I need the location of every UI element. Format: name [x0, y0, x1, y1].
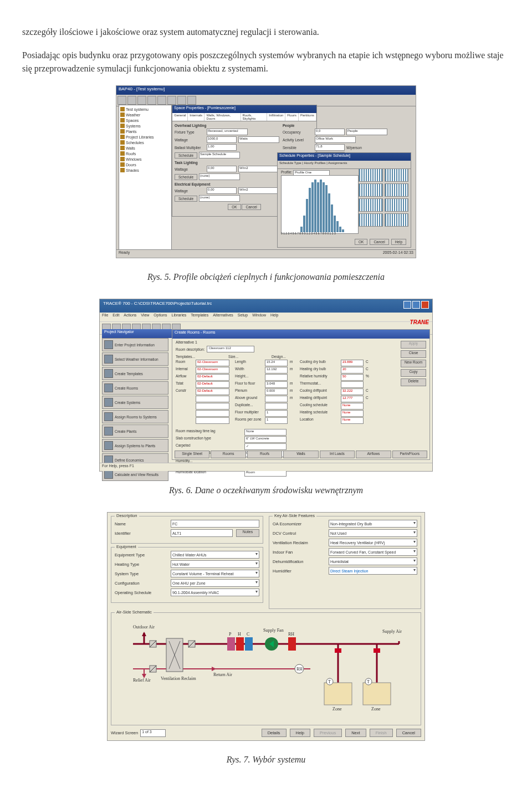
cancel-button[interactable]: Cancel — [396, 729, 421, 737]
input[interactable]: 1 — [265, 410, 288, 417]
input[interactable]: 50 — [341, 374, 364, 381]
thumb[interactable] — [385, 168, 409, 182]
thumb[interactable] — [359, 168, 383, 182]
menu-item[interactable]: Edit — [112, 313, 119, 321]
id-input[interactable]: ALT1 — [171, 529, 233, 537]
select[interactable]: Constant Volume - Terminal Reheat — [171, 570, 259, 577]
nav-button[interactable]: Create Rooms — [102, 381, 168, 395]
delete-button[interactable]: Delete — [401, 378, 426, 386]
select[interactable]: 02-Classroom — [196, 360, 229, 366]
tb-icon[interactable] — [157, 96, 166, 105]
nav-button[interactable]: Enter Project Information — [102, 338, 168, 351]
tree-item[interactable]: Windows — [120, 156, 170, 162]
wattage-input[interactable]: 1000,0 — [207, 136, 237, 143]
view-tab[interactable]: Single Sheet — [175, 451, 209, 458]
copy-button[interactable]: Copy — [401, 369, 426, 377]
tab[interactable]: Internals — [188, 113, 204, 121]
menu-item[interactable]: Actions — [124, 313, 136, 321]
unit-select[interactable]: People — [346, 129, 387, 135]
nav-button[interactable]: Assign Systems to Plants — [102, 439, 168, 452]
select[interactable] — [196, 410, 229, 417]
view-tab[interactable]: Airflows — [356, 451, 391, 458]
select[interactable]: 02-Default — [196, 374, 229, 381]
nav-button[interactable]: Assign Rooms to Systems — [102, 410, 168, 423]
notes-button[interactable]: Notes — [236, 529, 259, 537]
apply-button[interactable]: Apply — [401, 341, 426, 349]
view-tab[interactable]: Roofs — [247, 451, 282, 458]
tree-item[interactable]: Weather — [120, 112, 170, 117]
schedule-button[interactable]: Schedule — [175, 152, 197, 158]
input[interactable]: 6" LW Concrete — [244, 436, 287, 443]
thumb[interactable] — [385, 213, 409, 227]
input[interactable] — [265, 374, 288, 381]
tree-item[interactable]: Systems — [120, 123, 170, 129]
thumb[interactable] — [359, 213, 383, 227]
input[interactable]: 23.889 — [341, 360, 364, 366]
schedule-button[interactable]: Schedule — [175, 174, 197, 180]
select[interactable]: One AHU per Zone — [171, 579, 259, 587]
close-button[interactable]: Close — [401, 350, 426, 358]
input[interactable]: 12.777 — [341, 396, 364, 402]
tree-item[interactable]: Doors — [120, 162, 170, 167]
menu-item[interactable]: Templates — [191, 313, 208, 321]
close-icon[interactable] — [421, 301, 429, 309]
tab[interactable]: General — [172, 113, 188, 121]
input[interactable]: 71,8 — [315, 144, 345, 151]
select[interactable] — [196, 396, 229, 402]
nav-button[interactable]: Select Weather Information — [102, 352, 168, 366]
tree-item[interactable]: Plants — [120, 129, 170, 134]
input[interactable]: 0,0 — [315, 129, 345, 135]
tree-item[interactable]: Walls — [120, 145, 170, 151]
cancel-button[interactable]: Cancel — [370, 239, 388, 245]
nav-button[interactable]: Create Systems — [102, 396, 168, 409]
tab[interactable]: Infiltration — [267, 113, 285, 121]
nav-button[interactable]: Create Templates — [102, 367, 168, 380]
select[interactable] — [196, 417, 229, 424]
tree-item[interactable]: Spaces — [120, 117, 170, 123]
tree-item[interactable]: Schedules — [120, 140, 170, 145]
menu-item[interactable]: Help — [270, 313, 278, 321]
unit-select[interactable]: W/m2 — [238, 166, 279, 172]
bottom-tabs[interactable]: Single SheetRoomsRoofsWallsInt LoadsAirf… — [175, 451, 427, 458]
schedule-select[interactable]: (none) — [199, 195, 240, 202]
input[interactable]: 0.000 — [265, 388, 288, 395]
input[interactable]: 15.24 — [265, 360, 288, 366]
menu-item[interactable]: Window — [252, 313, 266, 321]
view-tab[interactable]: Rooms — [211, 451, 245, 458]
unit-select[interactable]: Watts — [238, 136, 279, 143]
menu-item[interactable]: Libraries — [171, 313, 186, 321]
nav-button[interactable]: Create Plants — [102, 424, 168, 438]
select[interactable]: Heat Recovery Ventilator (HRV) — [329, 539, 417, 546]
menu-item[interactable]: View — [141, 313, 149, 321]
tb-icon[interactable] — [187, 96, 196, 105]
tabs[interactable]: GeneralInternalsWalls, Windows, DoorsRoo… — [172, 113, 316, 121]
select[interactable] — [196, 403, 229, 410]
select[interactable]: Forward Curved Fan, Constant Speed — [329, 548, 417, 556]
input[interactable]: 20 — [341, 367, 364, 373]
input[interactable]: 0,00 — [207, 187, 237, 194]
select[interactable]: Hot Water — [171, 560, 259, 568]
input[interactable] — [265, 396, 288, 402]
select[interactable]: 90.1-2004 Assembly HVAC — [171, 589, 259, 596]
input[interactable]: 1 — [265, 417, 288, 424]
select[interactable]: Humidistat — [329, 557, 417, 565]
tree-item[interactable]: Shades — [120, 167, 170, 173]
schedule-select[interactable]: (none) — [199, 173, 240, 180]
tb-icon[interactable] — [147, 96, 156, 105]
tree-item[interactable]: Test systemu — [120, 106, 170, 112]
select[interactable]: 02-Default — [196, 381, 229, 388]
project-tree[interactable]: Test systemuWeatherSpacesSystemsPlantsPr… — [119, 105, 172, 252]
unit-select[interactable]: W/m2 — [238, 187, 279, 194]
menu-item[interactable]: Options — [154, 313, 167, 321]
next-button[interactable]: Next — [345, 729, 366, 737]
input[interactable] — [265, 403, 288, 410]
view-tab[interactable]: Int Loads — [320, 451, 355, 458]
tb-icon[interactable] — [127, 96, 136, 105]
min-icon[interactable] — [403, 301, 411, 309]
new-room-button[interactable]: New Room — [401, 360, 426, 367]
input[interactable]: None — [244, 429, 287, 436]
input[interactable] — [341, 381, 364, 388]
sched-tabs[interactable]: Schedule Type | Hourly Profiles | Assign… — [278, 161, 411, 169]
roomdesc-input[interactable]: Classroom 112 — [207, 346, 254, 352]
input[interactable]: 12.192 — [265, 367, 288, 373]
